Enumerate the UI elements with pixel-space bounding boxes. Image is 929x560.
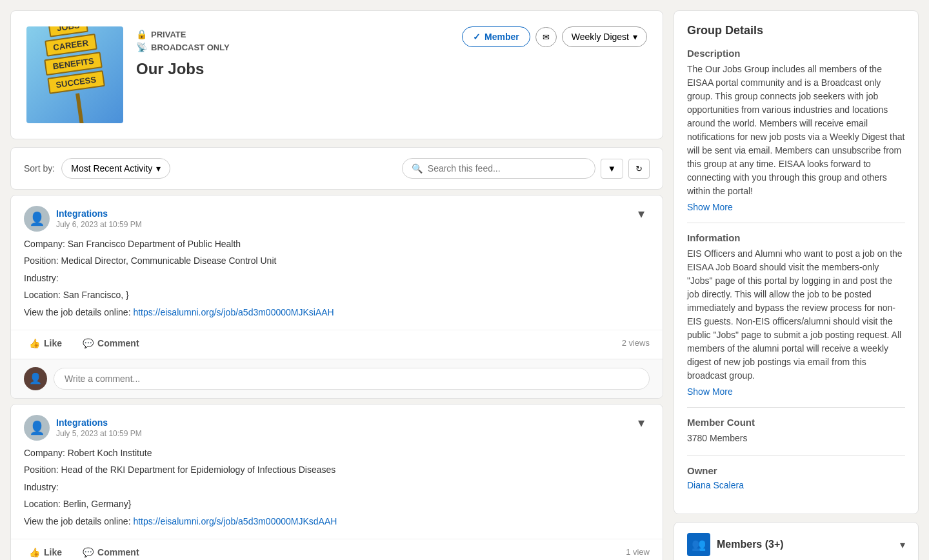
comment-section-1: 👤 — [11, 359, 663, 398]
broadcast-icon: 📡 — [136, 42, 147, 52]
privacy-label: PRIVATE — [151, 30, 186, 39]
member-count-title: Member Count — [687, 417, 905, 428]
author-info-2: Integrations July 5, 2023 at 10:59 PM — [56, 417, 142, 438]
post-card-2: 👤 Integrations July 5, 2023 at 10:59 PM … — [10, 404, 663, 560]
post-actions-2: 👍 Like 💬 Comment 1 view — [11, 539, 663, 560]
comment-icon-2: 💬 — [83, 547, 94, 557]
broadcast-label: BROADCAST ONLY — [151, 43, 230, 52]
group-meta: 🔒 PRIVATE 📡 BROADCAST ONLY Our Jobs — [136, 26, 230, 78]
right-sidebar: Group Details Description The Our Jobs G… — [674, 10, 919, 560]
author-date-2: July 5, 2023 at 10:59 PM — [56, 429, 142, 438]
comment-input-1[interactable] — [54, 368, 650, 390]
like-icon-1: 👍 — [29, 338, 40, 348]
broadcast-tag: 📡 BROADCAST ONLY — [136, 42, 230, 52]
information-text: EIS Officers and Alumni who want to post… — [687, 247, 905, 383]
search-input[interactable] — [428, 163, 586, 174]
post-link-label-1: View the job details online: https://eis… — [24, 305, 650, 319]
group-details-card: Group Details Description The Our Jobs G… — [674, 10, 919, 514]
post-industry-1: Industry: — [24, 271, 650, 285]
members-title: 👥 Members (3+) — [687, 533, 784, 556]
mail-button[interactable]: ✉ — [535, 27, 557, 47]
post-position-2: Position: Head of the RKI Department for… — [24, 463, 650, 477]
comment-icon-1: 💬 — [83, 338, 94, 348]
description-text: The Our Jobs Group includes all members … — [687, 63, 905, 198]
views-count-1: 2 views — [622, 338, 650, 348]
show-more-link-2[interactable]: Show More — [687, 386, 905, 397]
refresh-icon: ↻ — [635, 164, 643, 174]
mail-icon: ✉ — [543, 32, 550, 42]
member-count-section: Member Count 3780 Members — [687, 417, 905, 445]
post-industry-2: Industry: — [24, 480, 650, 494]
members-header: 👥 Members (3+) ▾ — [674, 523, 918, 560]
members-title-text: Members (3+) — [717, 539, 784, 550]
owner-name[interactable]: Diana Scalera — [687, 480, 905, 490]
sort-label: Sort by: — [24, 163, 55, 174]
like-label-2: Like — [44, 547, 62, 557]
information-title: Information — [687, 232, 905, 243]
checkmark-icon: ✓ — [473, 32, 481, 42]
search-icon: 🔍 — [412, 163, 423, 174]
post-actions-1: 👍 Like 💬 Comment 2 views — [11, 330, 663, 359]
comment-label-2: Comment — [97, 547, 139, 557]
avatar-2: 👤 — [24, 415, 50, 441]
author-date-1: July 6, 2023 at 10:59 PM — [56, 220, 142, 229]
comment-avatar-1: 👤 — [24, 367, 47, 390]
owner-title: Owner — [687, 465, 905, 476]
members-icon: 👥 — [687, 533, 710, 556]
post-body-1: Company: San Francisco Department of Pub… — [11, 237, 663, 330]
digest-button[interactable]: Weekly Digest ▾ — [562, 26, 647, 47]
author-name-1[interactable]: Integrations — [56, 208, 142, 219]
like-label-1: Like — [44, 338, 62, 348]
comment-button-2[interactable]: 💬 Comment — [77, 545, 145, 560]
avatar-1: 👤 — [24, 206, 50, 232]
chevron-down-icon: ▾ — [633, 32, 637, 42]
feed-controls: Sort by: Most Recent Activity ▾ 🔍 ▼ ↻ — [10, 147, 663, 190]
like-button-2[interactable]: 👍 Like — [24, 545, 67, 560]
post-company-1: Company: San Francisco Department of Pub… — [24, 237, 650, 251]
comment-button-1[interactable]: 💬 Comment — [77, 335, 145, 351]
like-button-1[interactable]: 👍 Like — [24, 335, 67, 351]
post-card-1: 👤 Integrations July 6, 2023 at 10:59 PM … — [10, 195, 663, 399]
members-chevron-icon[interactable]: ▾ — [900, 539, 905, 551]
post-link-url-1[interactable]: https://eisalumni.org/s/job/a5d3m00000MJ… — [133, 307, 334, 317]
members-card: 👥 Members (3+) ▾ 👤 Anastasia Burdiuzha 👤… — [674, 522, 919, 560]
post-body-2: Company: Robert Koch Institute Position:… — [11, 446, 663, 539]
divider-2 — [687, 407, 905, 408]
group-details-title: Group Details — [687, 24, 905, 37]
post-link-label-2: View the job details online: https://eis… — [24, 514, 650, 528]
description-title: Description — [687, 48, 905, 59]
group-meta-tags: 🔒 PRIVATE 📡 BROADCAST ONLY — [136, 29, 230, 52]
post-location-2: Location: Berlin, Germany} — [24, 497, 650, 511]
search-section: 🔍 ▼ ↻ — [402, 158, 650, 179]
sort-section: Sort by: Most Recent Activity ▾ — [24, 158, 170, 179]
search-box[interactable]: 🔍 — [402, 158, 595, 179]
post-location-1: Location: San Francisco, } — [24, 288, 650, 302]
filter-button[interactable]: ▼ — [601, 159, 623, 179]
like-icon-2: 👍 — [29, 547, 40, 557]
main-content: JOBS CAREER BENEFITS SUCCESS 🔒 PRIVATE — [10, 10, 663, 560]
divider-3 — [687, 455, 905, 456]
information-section: Information EIS Officers and Alumni who … — [687, 232, 905, 397]
post-author-2: 👤 Integrations July 5, 2023 at 10:59 PM — [24, 415, 142, 441]
refresh-button[interactable]: ↻ — [628, 159, 650, 179]
action-buttons-2: 👍 Like 💬 Comment — [24, 545, 145, 560]
description-section: Description The Our Jobs Group includes … — [687, 48, 905, 212]
post-header-1: 👤 Integrations July 6, 2023 at 10:59 PM … — [11, 195, 663, 237]
post-link-url-2[interactable]: https://eisalumni.org/s/job/a5d3m00000MJ… — [133, 516, 337, 526]
post-position-1: Position: Medical Director, Communicable… — [24, 254, 650, 268]
post-header-2: 👤 Integrations July 5, 2023 at 10:59 PM … — [11, 405, 663, 446]
member-count-value: 3780 Members — [687, 432, 905, 445]
group-header-right: ✓ Member ✉ Weekly Digest ▾ — [462, 26, 647, 47]
sort-dropdown[interactable]: Most Recent Activity ▾ — [61, 158, 170, 179]
post-menu-button-1[interactable]: ▾ — [633, 206, 650, 221]
author-name-2[interactable]: Integrations — [56, 417, 142, 428]
post-menu-button-2[interactable]: ▾ — [633, 415, 650, 430]
show-more-link-1[interactable]: Show More — [687, 202, 905, 212]
privacy-tag: 🔒 PRIVATE — [136, 29, 230, 39]
lock-icon: 🔒 — [136, 29, 147, 39]
member-button[interactable]: ✓ Member — [462, 26, 530, 47]
sign-post — [75, 93, 85, 123]
digest-label: Weekly Digest — [572, 32, 629, 42]
views-count-2: 1 view — [626, 547, 650, 557]
group-name: Our Jobs — [136, 60, 230, 78]
